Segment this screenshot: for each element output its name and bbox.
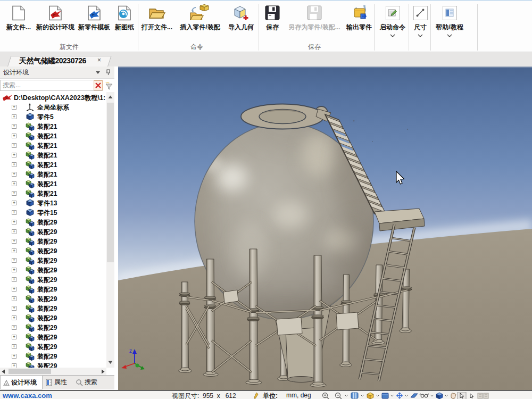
svg-text:z: z [129,348,132,354]
